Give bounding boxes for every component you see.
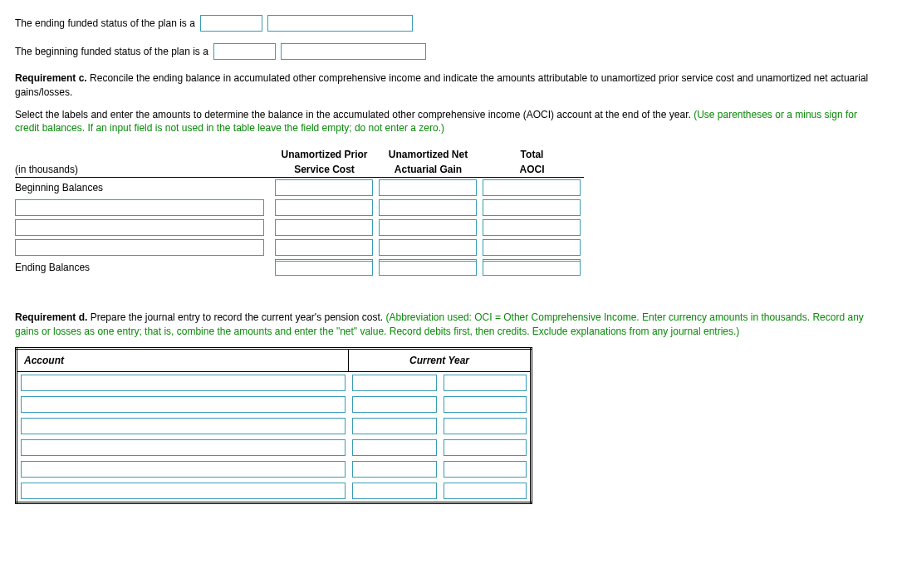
beginning-funded-status-label: The beginning funded status of the plan …: [15, 46, 208, 57]
journal-table: Account Current Year: [15, 347, 532, 504]
aoci-input-2-col2[interactable]: [379, 219, 477, 236]
aoci-header-blank: [15, 147, 272, 162]
aoci-input-1-col1[interactable]: [275, 199, 373, 216]
aoci-input-1-col3[interactable]: [483, 199, 581, 216]
requirement-d-label: Requirement d.: [15, 311, 87, 323]
aoci-header-row-1: Unamortized Prior Unamortized Net Total: [15, 147, 584, 162]
requirement-c-instruction-text: Select the labels and enter the amounts …: [15, 109, 694, 120]
requirement-d: Requirement d. Prepare the journal entry…: [15, 311, 882, 339]
journal-account-4[interactable]: [21, 439, 346, 456]
journal-credit-2[interactable]: [444, 396, 527, 413]
aoci-header-row-2: (in thousands) Service Cost Actuarial Ga…: [15, 162, 584, 178]
journal-row-3: [17, 415, 532, 437]
journal-row-6: [17, 480, 532, 503]
journal-credit-6[interactable]: [444, 483, 527, 499]
aoci-row-input-2: [15, 218, 584, 238]
aoci-input-3-col3[interactable]: [483, 239, 581, 256]
aoci-input-3-col2[interactable]: [379, 239, 477, 256]
journal-header-row: Account Current Year: [17, 348, 532, 371]
journal-account-3[interactable]: [21, 418, 346, 434]
aoci-beginning-col3[interactable]: [483, 179, 581, 196]
requirement-c-instruction: Select the labels and enter the amounts …: [15, 108, 882, 136]
aoci-header-col1-line1: Unamortized Prior: [272, 147, 376, 162]
aoci-label-input-3[interactable]: [15, 239, 264, 256]
journal-debit-5[interactable]: [352, 461, 437, 478]
journal-account-5[interactable]: [21, 461, 346, 478]
journal-row-5: [17, 458, 532, 480]
aoci-header-in-thousands: (in thousands): [15, 162, 272, 178]
aoci-ending-col2[interactable]: [379, 259, 477, 276]
ending-funded-status-label: The ending funded status of the plan is …: [15, 17, 195, 29]
journal-debit-6[interactable]: [352, 483, 437, 499]
journal-credit-3[interactable]: [444, 418, 527, 434]
journal-header-current-year: Current Year: [349, 348, 532, 371]
journal-credit-5[interactable]: [444, 461, 527, 478]
beginning-status-amount[interactable]: [281, 43, 426, 60]
aoci-row-ending: Ending Balances: [15, 257, 584, 277]
aoci-header-col1-line2: Service Cost: [272, 162, 376, 178]
aoci-header-col3-line1: Total: [480, 147, 584, 162]
ending-funded-status-row: The ending funded status of the plan is …: [15, 15, 882, 32]
aoci-label-input-1[interactable]: [15, 199, 264, 216]
journal-debit-1[interactable]: [352, 375, 437, 391]
aoci-label-input-2[interactable]: [15, 219, 264, 236]
aoci-header-col2-line1: Unamortized Net: [376, 147, 480, 162]
requirement-c-label: Requirement c.: [15, 72, 87, 84]
journal-row-2: [17, 394, 532, 415]
aoci-table: Unamortized Prior Unamortized Net Total …: [15, 147, 584, 277]
journal-debit-3[interactable]: [352, 418, 437, 434]
aoci-header-col3-line2: AOCI: [480, 162, 584, 178]
beginning-funded-status-row: The beginning funded status of the plan …: [15, 43, 882, 60]
aoci-input-2-col3[interactable]: [483, 219, 581, 236]
journal-account-1[interactable]: [21, 375, 346, 391]
journal-header-account: Account: [17, 348, 349, 371]
requirement-c: Requirement c. Reconcile the ending bala…: [15, 71, 882, 100]
journal-row-4: [17, 437, 532, 458]
aoci-beginning-col1[interactable]: [275, 179, 373, 196]
requirement-d-text: Prepare the journal entry to record the …: [87, 311, 385, 323]
aoci-row-input-3: [15, 238, 584, 257]
aoci-beginning-col2[interactable]: [379, 179, 477, 196]
aoci-header-col2-line2: Actuarial Gain: [376, 162, 480, 178]
journal-account-6[interactable]: [21, 483, 346, 499]
requirement-c-text: Reconcile the ending balance in accumula…: [15, 72, 868, 98]
aoci-input-3-col1[interactable]: [275, 239, 373, 256]
aoci-ending-label: Ending Balances: [15, 257, 272, 277]
aoci-ending-col1[interactable]: [275, 259, 373, 276]
aoci-row-beginning: Beginning Balances: [15, 178, 584, 198]
journal-row-1: [17, 371, 532, 394]
aoci-row-input-1: [15, 198, 584, 218]
aoci-beginning-label: Beginning Balances: [15, 178, 272, 198]
aoci-input-1-col2[interactable]: [379, 199, 477, 216]
aoci-ending-col3[interactable]: [483, 259, 581, 276]
aoci-input-2-col1[interactable]: [275, 219, 373, 236]
journal-credit-4[interactable]: [444, 439, 527, 456]
journal-credit-1[interactable]: [444, 375, 527, 391]
journal-account-2[interactable]: [21, 396, 346, 413]
ending-status-amount[interactable]: [267, 15, 413, 32]
beginning-status-select[interactable]: [213, 43, 276, 60]
journal-debit-2[interactable]: [352, 396, 437, 413]
journal-debit-4[interactable]: [352, 439, 437, 456]
ending-status-select[interactable]: [200, 15, 262, 32]
